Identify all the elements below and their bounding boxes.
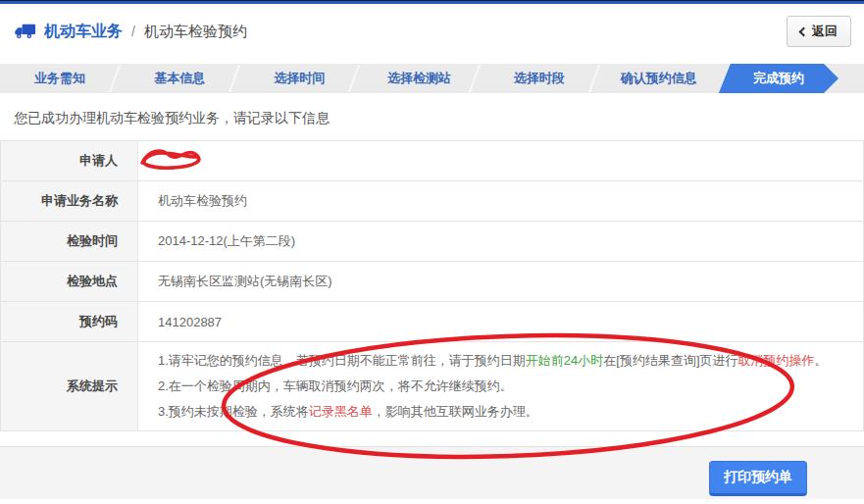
step-wizard: 业务需知 基本信息 选择时间 选择检测站 选择时段 确认预约信息 完成预约 <box>0 64 864 93</box>
step-confirm-info[interactable]: 确认预约信息 <box>599 64 719 93</box>
breadcrumb-separator: / <box>131 24 135 39</box>
step-select-station[interactable]: 选择检测站 <box>359 64 479 93</box>
tip-highlight-red: 取消预约操作 <box>738 353 815 368</box>
back-button[interactable]: 返回 <box>787 16 851 47</box>
row-label: 检验时间 <box>1 222 138 262</box>
step-select-time[interactable]: 选择时间 <box>239 64 359 93</box>
tip-text: 在[预约结果查询]页进行 <box>603 353 737 368</box>
success-message: 您已成功办理机动车检验预约业务，请记录以下信息 <box>14 110 850 127</box>
info-table: 申请人 申请业务名称 机动车检验预约 检验时间 2014-12-12(上午第二段… <box>0 140 864 431</box>
tip-text: 3.预约未按期检验，系统将 <box>158 404 309 419</box>
system-tips: 1.请牢记您的预约信息，若预约日期不能正常前往，请于预约日期开始前24小时在[预… <box>138 342 864 431</box>
tip-highlight-green: 开始前24小时 <box>526 353 603 368</box>
tip-line-1: 1.请牢记您的预约信息，若预约日期不能正常前往，请于预约日期开始前24小时在[预… <box>158 348 849 374</box>
tip-text: 2.在一个检验周期内，车辆取消预约两次，将不允许继续预约。 <box>158 378 513 393</box>
print-appointment-button[interactable]: 打印预约单 <box>709 461 807 496</box>
header: 机动车业务 / 机动车检验预约 返回 <box>0 4 864 59</box>
table-row-system-tips: 系统提示 1.请牢记您的预约信息，若预约日期不能正常前往，请于预约日期开始前24… <box>1 342 864 431</box>
table-row-applicant: 申请人 <box>1 141 864 181</box>
table-row-service-name: 申请业务名称 机动车检验预约 <box>1 181 864 222</box>
row-value-redacted <box>138 141 864 181</box>
footer-bar: 打印预约单 <box>0 446 864 499</box>
row-value: 2014-12-12(上午第二段) <box>138 222 864 262</box>
page: 机动车业务 / 机动车检验预约 返回 业务需知 基本信息 选择时间 选择检测站 … <box>0 0 864 504</box>
table-row-inspection-time: 检验时间 2014-12-12(上午第二段) <box>1 222 864 262</box>
tip-highlight-red: 记录黑名单 <box>309 404 373 419</box>
page-title: 机动车业务 <box>44 22 123 42</box>
step-complete[interactable]: 完成预约 <box>719 64 839 93</box>
row-value: 机动车检验预约 <box>138 181 864 222</box>
row-value: 141202887 <box>138 302 864 342</box>
tip-line-2: 2.在一个检验周期内，车辆取消预约两次，将不允许继续预约。 <box>158 374 849 399</box>
truck-icon <box>14 23 36 40</box>
tip-text: 。 <box>815 353 828 368</box>
row-label: 检验地点 <box>1 262 138 302</box>
tip-text: ，影响其他互联网业务办理。 <box>373 404 538 419</box>
tip-line-3: 3.预约未按期检验，系统将记录黑名单，影响其他互联网业务办理。 <box>158 399 849 425</box>
row-value: 无锡南长区监测站(无锡南长区) <box>138 262 864 302</box>
row-label: 系统提示 <box>1 342 138 431</box>
row-label: 预约码 <box>1 302 138 342</box>
step-basic-info[interactable]: 基本信息 <box>120 64 239 93</box>
tip-text: 1.请牢记您的预约信息，若预约日期不能正常前往，请于预约日期 <box>158 353 526 368</box>
row-label: 申请人 <box>1 141 138 181</box>
step-select-period[interactable]: 选择时段 <box>480 64 599 93</box>
step-service-notice[interactable]: 业务需知 <box>0 64 120 93</box>
breadcrumb-current: 机动车检验预约 <box>144 23 247 41</box>
table-row-appointment-code: 预约码 141202887 <box>1 302 864 342</box>
chevron-left-icon <box>799 27 809 37</box>
row-label: 申请业务名称 <box>1 181 138 222</box>
table-row-inspection-place: 检验地点 无锡南长区监测站(无锡南长区) <box>1 262 864 302</box>
back-button-label: 返回 <box>812 23 838 40</box>
